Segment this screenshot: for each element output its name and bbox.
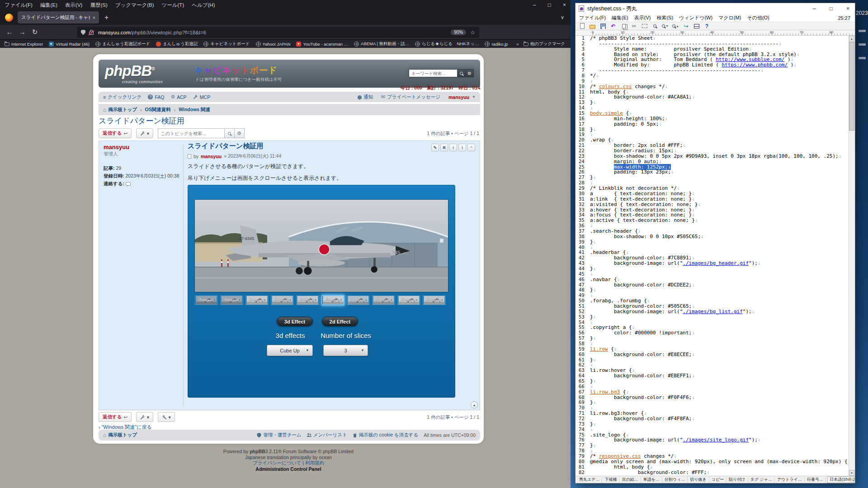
3d-effect-button[interactable]: 3d Effect xyxy=(277,317,313,326)
editor-menu-item[interactable]: 編集(E) xyxy=(612,14,628,21)
statusbar-item[interactable]: 単語を… xyxy=(641,477,662,483)
bookmarks-overflow-icon[interactable]: » xyxy=(516,42,519,47)
advanced-search-button[interactable]: ⚙ xyxy=(466,69,474,77)
statusbar-item[interactable]: 切り抜き xyxy=(688,477,709,483)
statusbar-item[interactable]: 次の結… xyxy=(619,477,641,483)
help-icon[interactable]: ? xyxy=(703,23,710,29)
bookmark-item[interactable]: Internet Explorer xyxy=(5,42,43,47)
privacy-link[interactable]: プライバシーについて xyxy=(253,460,301,465)
topic-tools-button[interactable]: ▾ xyxy=(136,412,153,422)
moderator-tools-button[interactable]: ▾ xyxy=(158,412,175,422)
statusbar-item[interactable]: 下候補 xyxy=(602,477,619,483)
slideshow-thumbnail[interactable] xyxy=(220,296,243,305)
tag-jump-icon[interactable]: ↪ xyxy=(683,23,689,29)
cut-icon[interactable]: ✂ xyxy=(631,23,637,29)
post-tool-button[interactable]: ✎ xyxy=(431,144,439,151)
other-bookmarks-button[interactable]: 他のブックマーク xyxy=(524,41,565,47)
forward-button[interactable]: → xyxy=(17,28,27,36)
acp-footer-link[interactable]: Administration Control Panel xyxy=(93,467,484,472)
url-bar[interactable]: mansyuu.com/phpbb3/viewtopic.php?f=18&t=… xyxy=(77,27,479,38)
2d-effect-button[interactable]: 2d Effect xyxy=(322,317,358,326)
scroll-up-icon[interactable]: ▲ xyxy=(849,36,854,42)
new-file-icon[interactable] xyxy=(579,23,585,29)
team-link[interactable]: 管理・運営チーム xyxy=(257,432,302,438)
slideshow-thumbnail[interactable] xyxy=(372,296,395,305)
header-search-input[interactable] xyxy=(409,69,458,77)
site-title[interactable]: キャビネットボード xyxy=(194,65,278,76)
slideshow-thumbnail[interactable] xyxy=(321,295,344,305)
editor-text-area[interactable]: 1/* phpBB3 Style Sheet↓2 ---------------… xyxy=(576,36,849,476)
bookmark-item[interactable]: radiko.jp xyxy=(485,42,508,47)
statusbar-item[interactable]: 秀丸エデ… xyxy=(577,477,602,483)
post-tool-button[interactable]: ! xyxy=(449,144,457,151)
slideshow-thumbnail[interactable] xyxy=(195,296,218,305)
topic-search-input[interactable] xyxy=(158,128,225,138)
browser-menu-item[interactable]: 編集(E) xyxy=(40,2,57,9)
back-button[interactable]: ← xyxy=(5,28,14,36)
reply-button[interactable]: 返信する↩ xyxy=(99,128,132,138)
browser-menu-item[interactable]: ファイル(F) xyxy=(5,2,33,9)
topic-search-advanced-button[interactable]: ⚙ xyxy=(235,128,245,138)
byline-author[interactable]: mansyuu xyxy=(201,154,222,159)
insecure-lock-icon[interactable] xyxy=(89,32,94,35)
breadcrumb-home[interactable]: 掲示板トップ xyxy=(108,107,137,113)
breadcrumb-subforum[interactable]: Windows 関連 xyxy=(179,107,210,113)
post-tool-button[interactable]: ✖ xyxy=(440,144,448,151)
browser-menu-item[interactable]: 表示(V) xyxy=(65,2,82,9)
notifications-link[interactable]: 通知 xyxy=(358,94,373,100)
statusbar-item[interactable]: コピー xyxy=(709,477,726,483)
bookmark-item[interactable]: Virtual Radar (46) xyxy=(49,42,90,47)
slideshow-thumbnail[interactable] xyxy=(296,296,319,305)
bookmark-item[interactable]: らじる★らじる NHKネッ… xyxy=(415,41,479,47)
close-button[interactable]: × xyxy=(563,2,566,8)
scroll-to-top-button[interactable]: ▲ xyxy=(471,401,478,408)
tracking-shield-icon[interactable] xyxy=(81,30,85,35)
user-menu[interactable]: mansyuu▼ xyxy=(448,94,476,100)
statusbar-item[interactable]: 行番号… xyxy=(805,477,826,483)
slideshow-thumbnail[interactable] xyxy=(245,296,269,305)
editor-scrollbar[interactable]: ▲ ▼ xyxy=(849,36,854,476)
save-icon[interactable] xyxy=(599,23,606,29)
breadcrumb-forum[interactable]: OS関連資料 xyxy=(145,107,171,113)
editor-menu-item[interactable]: ウィンドウ(W) xyxy=(679,14,712,21)
bookmark-star-icon[interactable]: ☆ xyxy=(470,29,475,36)
minimize-button[interactable]: – xyxy=(533,2,536,8)
message-bubble-icon[interactable] xyxy=(126,182,131,186)
phpbb-logo[interactable]: phpBB® xyxy=(105,62,155,80)
editor-menu-item[interactable]: 検索(S) xyxy=(656,14,673,21)
open-file-icon[interactable] xyxy=(589,23,596,29)
new-tab-button[interactable]: + xyxy=(104,14,108,22)
slideshow-thumbnail[interactable] xyxy=(423,296,446,305)
bookmark-item[interactable]: Yahoo! JAPAN xyxy=(256,42,291,47)
editor-menu-item[interactable]: 表示(V) xyxy=(634,14,651,21)
list-tabs-icon[interactable]: ∨ xyxy=(561,14,564,20)
bookmark-item[interactable]: ABEMA | 無料動画・話… xyxy=(354,41,409,47)
active-tab[interactable]: スライドパターン検証用 - キャビネットポ… × xyxy=(18,11,99,23)
bookmark-item[interactable]: キャビネットボード xyxy=(203,41,250,47)
search-button[interactable] xyxy=(458,69,466,77)
author-name[interactable]: mansyuu xyxy=(104,144,183,150)
terms-link[interactable]: 利用規約 xyxy=(305,460,324,465)
maximize-button[interactable]: □ xyxy=(830,5,833,12)
acp-link[interactable]: ⚙ACP xyxy=(170,94,186,100)
slideshow-thumbnail[interactable] xyxy=(397,296,420,305)
bookmark-item[interactable]: YouTube - acarsman … xyxy=(296,42,348,47)
split-window-icon[interactable] xyxy=(693,23,700,29)
browser-menu-item[interactable]: ツール(T) xyxy=(161,2,184,9)
bookmark-item[interactable]: まんしゅう彩遊記ボード xyxy=(95,41,150,47)
close-button[interactable]: × xyxy=(846,5,849,12)
effect-select[interactable]: Cube Up▼ xyxy=(267,345,313,356)
find-next-icon[interactable]: ▼ xyxy=(662,23,669,29)
statusbar-item[interactable]: 分割ウィ… xyxy=(662,477,688,483)
topic-title[interactable]: スライドパターン検証用 xyxy=(99,116,184,126)
browser-menu-item[interactable]: ブックマーク(B) xyxy=(115,2,154,9)
editor-menu-item[interactable]: マクロ(M) xyxy=(718,14,741,21)
undo-icon[interactable]: ↶ xyxy=(610,23,617,29)
find-icon[interactable] xyxy=(651,23,658,29)
resize-grip[interactable] xyxy=(849,477,854,483)
statusbar-item[interactable]: アウトライ… xyxy=(775,477,805,483)
firefox-icon[interactable] xyxy=(5,14,13,22)
reply-button[interactable]: 返信する↩ xyxy=(99,412,132,422)
box-select-icon[interactable] xyxy=(641,23,648,29)
find-previous-icon[interactable]: ▲ xyxy=(672,23,679,29)
